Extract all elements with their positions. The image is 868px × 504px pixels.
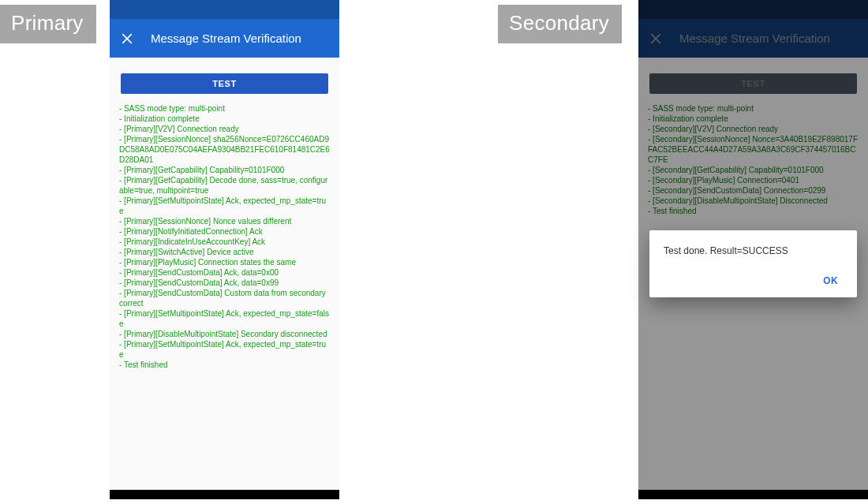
log-line: - [Secondary][DisableMultipointState] Di…: [648, 196, 859, 206]
ok-button[interactable]: OK: [818, 271, 843, 289]
primary-label: Primary: [0, 5, 96, 43]
log-line: - [Secondary][PlayMusic] Connection=0401: [648, 175, 859, 185]
nav-bar: [110, 490, 339, 499]
log-line: - Test finished: [119, 360, 330, 370]
log-line: - [Primary][SetMultipointState] Ack, exp…: [119, 308, 330, 329]
primary-phone: Message Stream Verification TEST - SASS …: [110, 0, 339, 499]
content-area: TEST - SASS mode type: multi-point - Ini…: [110, 58, 339, 490]
log-line: - [Primary][V2V] Connection ready: [119, 124, 330, 134]
nav-bar: [638, 490, 868, 499]
log-output: - SASS mode type: multi-point - Initiali…: [118, 103, 331, 370]
log-line: - [Primary][DisableMultipointState] Seco…: [119, 329, 330, 339]
log-line: - [Secondary][V2V] Connection ready: [648, 124, 859, 134]
log-line: - [Primary][GetCapability] Decode done, …: [119, 175, 330, 196]
dialog-message: Test done. Result=SUCCESS: [664, 245, 843, 256]
log-line: - [Primary][SendCustomData] Custom data …: [119, 288, 330, 308]
log-line: - [Primary][SessionNonce] sha256Nonce=E0…: [119, 134, 330, 165]
secondary-label: Secondary: [498, 5, 622, 43]
log-output: - SASS mode type: multi-point - Initiali…: [646, 103, 860, 216]
log-line: - [Primary][SendCustomData] Ack, data=0x…: [119, 278, 330, 288]
log-line: - [Secondary][GetCapability] Capability=…: [648, 165, 859, 175]
log-line: - [Primary][SetMultipointState] Ack, exp…: [119, 196, 330, 216]
test-button[interactable]: TEST: [649, 73, 857, 94]
test-button[interactable]: TEST: [121, 73, 328, 94]
result-dialog: Test done. Result=SUCCESS OK: [649, 230, 857, 297]
log-line: - Initialization complete: [648, 114, 859, 124]
status-bar: [110, 0, 339, 19]
log-line: - SASS mode type: multi-point: [119, 103, 330, 114]
secondary-phone: Message Stream Verification TEST - SASS …: [638, 0, 868, 499]
log-line: - [Primary][SessionNonce] Nonce values d…: [119, 216, 330, 226]
log-line: - [Primary][NotifyInitiatedConnection] A…: [119, 226, 330, 237]
log-line: - [Secondary][SessionNonce] Nonce=3A40B1…: [648, 134, 859, 165]
app-bar: Message Stream Verification: [110, 19, 339, 58]
status-bar: [638, 0, 868, 19]
log-line: - [Primary][IndicateInUseAccountKey] Ack: [119, 237, 330, 247]
app-bar-title: Message Stream Verification: [151, 32, 301, 45]
log-line: - SASS mode type: multi-point: [648, 103, 859, 114]
log-line: - Initialization complete: [119, 114, 330, 124]
log-line: - Test finished: [648, 206, 859, 216]
close-icon[interactable]: [649, 32, 662, 45]
close-icon[interactable]: [121, 32, 133, 45]
app-bar: Message Stream Verification: [638, 19, 868, 58]
log-line: - [Primary][SetMultipointState] Ack, exp…: [119, 339, 330, 360]
log-line: - [Secondary][SendCustomData] Connection…: [648, 185, 859, 196]
app-bar-title: Message Stream Verification: [679, 32, 830, 45]
log-line: - [Primary][PlayMusic] Connection states…: [119, 257, 330, 267]
log-line: - [Primary][SwitchActive] Device active: [119, 247, 330, 257]
log-line: - [Primary][SendCustomData] Ack, data=0x…: [119, 267, 330, 278]
log-line: - [Primary][GetCapability] Capability=01…: [119, 165, 330, 175]
dialog-actions: OK: [664, 271, 843, 289]
